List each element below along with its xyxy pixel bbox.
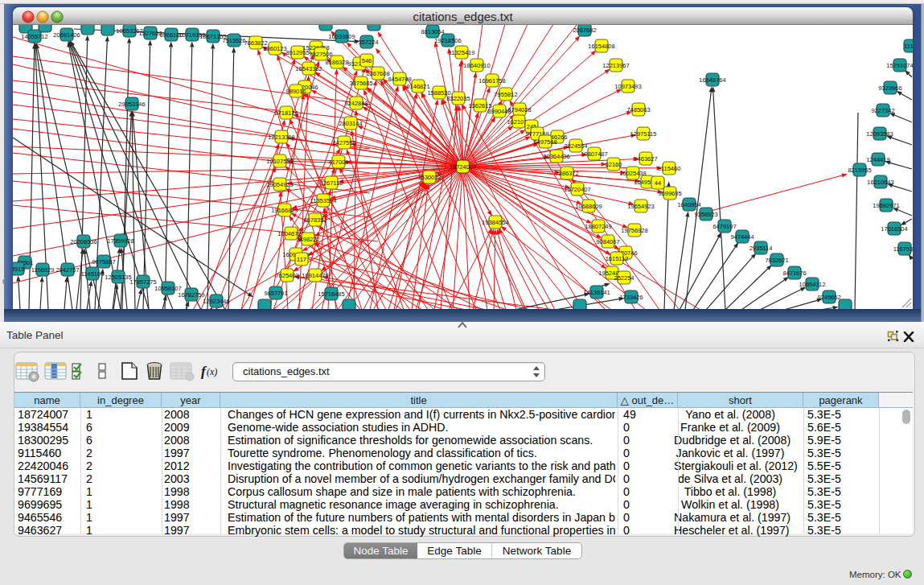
svg-text:3915: 3915 (13, 266, 24, 273)
svg-text:44: 44 (655, 179, 661, 187)
svg-text:9327506: 9327506 (309, 51, 332, 58)
svg-text:7515526: 7515526 (222, 37, 245, 44)
svg-text:15751074: 15751074 (886, 62, 913, 69)
svg-text:10807487: 10807487 (581, 150, 607, 158)
svg-text:16154808: 16154808 (588, 43, 614, 50)
svg-text:9242848: 9242848 (344, 100, 368, 107)
svg-text:9463627: 9463627 (634, 155, 657, 163)
svg-text:9474444: 9474444 (730, 233, 754, 241)
svg-text:16543382: 16543382 (295, 65, 322, 72)
svg-text:16210643: 16210643 (867, 179, 893, 186)
svg-text:16782759: 16782759 (178, 291, 204, 299)
svg-text:17957275: 17957275 (129, 278, 156, 286)
svg-text:1145194: 1145194 (81, 270, 105, 278)
svg-text:10107553: 10107553 (266, 158, 293, 165)
svg-text:252254: 252254 (614, 274, 634, 282)
svg-text:3824554: 3824554 (564, 142, 587, 150)
svg-text:6497568: 6497568 (533, 138, 556, 146)
svg-text:19384554: 19384554 (482, 219, 508, 226)
svg-text:18807249: 18807249 (585, 223, 611, 230)
svg-text:1156829: 1156829 (31, 266, 55, 274)
svg-text:2942757: 2942757 (55, 266, 79, 274)
svg-text:12093583: 12093583 (866, 130, 893, 138)
svg-text:9358923: 9358923 (694, 211, 717, 218)
svg-text:16033809: 16033809 (328, 33, 355, 40)
svg-text:8427552: 8427552 (332, 139, 355, 146)
svg-text:19166829: 19166829 (271, 207, 298, 214)
svg-text:14055712: 14055712 (21, 33, 47, 40)
svg-text:20691406: 20691406 (53, 31, 80, 39)
svg-text:9146821: 9146821 (406, 83, 429, 90)
svg-text:16961758: 16961758 (478, 77, 505, 84)
svg-text:18724007: 18724007 (450, 163, 476, 171)
svg-text:14136141: 14136141 (583, 289, 610, 296)
svg-text:1527602: 1527602 (138, 30, 162, 37)
svg-text:9245652: 9245652 (817, 294, 840, 301)
svg-text:8471676: 8471676 (782, 270, 806, 277)
svg-text:8215955: 8215955 (848, 167, 871, 174)
svg-text:12975115: 12975115 (630, 130, 657, 138)
svg-text:19218506: 19218506 (434, 37, 461, 44)
svg-text:8678352: 8678352 (303, 216, 326, 224)
svg-text:6479197: 6479197 (713, 223, 736, 230)
svg-text:2803144: 2803144 (339, 120, 362, 127)
svg-text:1244419: 1244419 (866, 156, 889, 163)
svg-text:12213967: 12213967 (602, 62, 629, 69)
svg-text:117: 117 (297, 256, 306, 263)
svg-text:8813054: 8813054 (421, 28, 444, 35)
svg-text:20206536: 20206536 (70, 238, 97, 245)
svg-text:16914479: 16914479 (302, 272, 328, 279)
svg-text:15720407: 15720407 (564, 186, 590, 193)
svg-text:9115460: 9115460 (658, 165, 681, 172)
svg-text:29053346: 29053346 (118, 101, 145, 108)
svg-text:12923446: 12923446 (203, 298, 229, 305)
svg-text:17016504: 17016504 (881, 225, 907, 233)
svg-text:(x): (x) (207, 366, 217, 377)
svg-text:7625402: 7625402 (275, 272, 298, 279)
svg-text:1615112: 1615112 (606, 255, 629, 262)
svg-text:7955812: 7955812 (494, 91, 517, 98)
svg-text:12505135: 12505135 (105, 274, 131, 281)
svg-text:10654112: 10654112 (799, 281, 826, 288)
svg-text:1530022: 1530022 (417, 174, 441, 181)
svg-text:9227342: 9227342 (871, 107, 894, 114)
svg-text:9975867: 9975867 (92, 258, 115, 266)
svg-text:1640954: 1640954 (677, 201, 700, 208)
svg-text:11325419: 11325419 (449, 49, 475, 56)
svg-text:546: 546 (362, 57, 372, 64)
svg-text:989016: 989016 (285, 88, 306, 95)
svg-text:10973493: 10973493 (614, 83, 641, 90)
svg-text:1112: 1112 (904, 43, 913, 50)
svg-text:9329966: 9329966 (878, 84, 901, 92)
svg-text:12213369: 12213369 (268, 134, 294, 141)
svg-text:7357224: 7357224 (355, 39, 378, 46)
svg-text:7386372: 7386372 (555, 170, 578, 177)
svg-text:2367608: 2367608 (366, 70, 389, 77)
svg-text:9699695: 9699695 (658, 190, 681, 197)
svg-text:3498222: 3498222 (296, 236, 319, 243)
svg-text:10688609: 10688609 (575, 203, 602, 210)
svg-text:16648764: 16648764 (699, 76, 725, 84)
svg-text:62160: 62160 (606, 161, 622, 168)
svg-text:1733426: 1733426 (619, 294, 643, 301)
svg-text:1167533: 1167533 (893, 245, 913, 253)
svg-text:417006: 417006 (328, 159, 348, 166)
svg-text:7832621: 7832621 (765, 257, 788, 264)
svg-text:19654923: 19654923 (627, 203, 654, 210)
svg-text:6794028: 6794028 (507, 106, 531, 113)
svg-text:11353594: 11353594 (310, 197, 337, 204)
svg-text:9084067: 9084067 (596, 238, 619, 245)
svg-text:18640910: 18640910 (463, 62, 490, 69)
svg-text:7485063: 7485063 (626, 106, 650, 113)
svg-text:8960123: 8960123 (263, 45, 286, 52)
svg-text:8322035: 8322035 (446, 95, 470, 102)
svg-text:19692971: 19692971 (873, 202, 899, 209)
svg-text:3875685: 3875685 (349, 80, 372, 87)
svg-text:8454749: 8454749 (388, 76, 411, 83)
svg-text:20364436: 20364436 (543, 153, 569, 160)
svg-text:2087682: 2087682 (573, 27, 596, 34)
svg-text:19756928: 19756928 (621, 227, 647, 234)
svg-text:17359928: 17359928 (107, 237, 133, 245)
svg-text:19054923: 19054923 (266, 181, 293, 188)
svg-text:15716485: 15716485 (318, 290, 344, 298)
